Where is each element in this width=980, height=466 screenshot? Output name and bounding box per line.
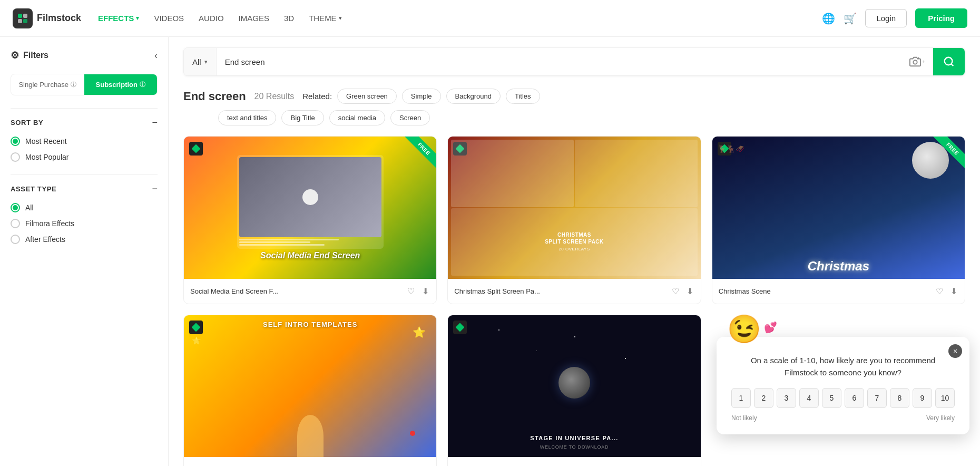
survey-num-10[interactable]: 10 <box>935 388 955 408</box>
asset-collapse-icon[interactable]: − <box>152 183 158 195</box>
card-4-download-button[interactable]: ⬇ <box>421 463 430 466</box>
asset-filmora[interactable]: Filmora Effects <box>11 219 158 228</box>
camera-search-icon[interactable]: + <box>902 48 933 75</box>
survey-num-5[interactable]: 5 <box>822 388 841 408</box>
card-3-free-badge: Free <box>931 137 965 170</box>
card-4-info: SELF INTRO TEMPLATES ♡ ⬇ <box>184 457 436 466</box>
sort-radio-group: Most Recent Most Popular <box>11 137 158 162</box>
tag-titles[interactable]: Titles <box>506 89 540 104</box>
tag-social-media[interactable]: social media <box>329 110 385 125</box>
nav-links: EFFECTS ▾ VIDEOS AUDIO IMAGES 3D THEME ▾ <box>98 14 342 23</box>
tag-background[interactable]: Background <box>446 89 501 104</box>
logo-text: Filmstock <box>37 13 81 24</box>
survey-question: On a scale of 1-10, how likely are you t… <box>731 355 955 378</box>
card-5-like-button[interactable]: ♡ <box>671 463 680 466</box>
tag-text-titles[interactable]: text and titles <box>218 110 277 125</box>
sort-by-title: SORT BY <box>11 119 43 127</box>
card-2-like-button[interactable]: ♡ <box>671 285 680 297</box>
not-likely-label: Not likely <box>731 414 757 422</box>
svg-rect-0 <box>18 14 22 18</box>
card-3-thumb: Christmas 🦌🦌🛷 Free <box>712 137 965 279</box>
tag-green-screen[interactable]: Green screen <box>337 89 397 104</box>
asset-type-header: ASSET TYPE − <box>11 183 158 195</box>
nav-link-theme[interactable]: THEME ▾ <box>309 14 342 23</box>
card-3-title: Christmas Scene <box>719 287 935 295</box>
sort-most-recent[interactable]: Most Recent <box>11 137 158 146</box>
nav-link-3d[interactable]: 3D <box>284 14 294 23</box>
search-button[interactable] <box>933 48 965 75</box>
card-3-like-button[interactable]: ♡ <box>935 285 944 297</box>
sidebar-collapse-icon[interactable]: ‹ <box>154 50 158 61</box>
svg-rect-3 <box>23 19 27 23</box>
survey-num-6[interactable]: 6 <box>845 388 864 408</box>
asset-after-effects[interactable]: After Effects <box>11 235 158 244</box>
card-5-filmstock-icon <box>453 321 467 334</box>
tag-screen[interactable]: Screen <box>390 110 430 125</box>
subscription-tab[interactable]: Subscription ⓘ <box>84 74 158 95</box>
card-1-free-badge: Free <box>403 137 436 170</box>
svg-rect-1 <box>23 14 27 18</box>
nav-link-audio[interactable]: AUDIO <box>199 14 224 23</box>
card-5-download-button[interactable]: ⬇ <box>685 463 694 466</box>
purchase-toggle: Single Purchase ⓘ Subscription ⓘ <box>11 74 158 95</box>
card-4-like-button[interactable]: ♡ <box>406 463 416 466</box>
card-3-actions: ♡ ⬇ <box>935 285 958 297</box>
survey-close-button[interactable]: × <box>948 344 962 358</box>
logo[interactable]: Filmstock <box>13 8 81 28</box>
card-1-thumb: Social Media End Screen Free <box>184 137 436 279</box>
logo-icon <box>13 8 33 28</box>
card-2-download-button[interactable]: ⬇ <box>685 285 694 297</box>
pricing-button[interactable]: Pricing <box>915 8 967 28</box>
filters-label: Filters <box>23 51 48 60</box>
survey-overlay: 😉 💕 × On a scale of 1-10, how likely are… <box>717 337 969 434</box>
card-1-download-button[interactable]: ⬇ <box>421 285 430 297</box>
tag-big-title[interactable]: Big Title <box>281 110 324 125</box>
sort-most-recent-radio <box>11 137 20 146</box>
nav-link-videos[interactable]: VIDEOS <box>154 14 184 23</box>
cart-icon[interactable]: 🛒 <box>844 12 857 25</box>
effects-chevron-icon: ▾ <box>136 15 139 22</box>
survey-num-7[interactable]: 7 <box>867 388 887 408</box>
nav-link-images[interactable]: IMAGES <box>239 14 269 23</box>
results-header: End screen 20 Results Related: Green scr… <box>183 89 965 125</box>
card-1-like-button[interactable]: ♡ <box>406 285 416 297</box>
asset-all[interactable]: All <box>11 203 158 212</box>
asset-filmora-radio <box>11 219 20 228</box>
diamond-icon-5 <box>456 323 465 332</box>
card-1-info: Social Media End Screen F... ♡ ⬇ <box>184 279 436 304</box>
svg-point-7 <box>945 57 953 65</box>
survey-num-1[interactable]: 1 <box>731 388 751 408</box>
related-tags-row: Related: Green screen Simple Background … <box>302 89 540 104</box>
login-button[interactable]: Login <box>865 9 907 27</box>
sort-most-popular-radio <box>11 152 20 162</box>
divider-2 <box>11 174 158 175</box>
globe-icon[interactable]: 🌐 <box>822 12 835 25</box>
search-dropdown[interactable]: All ▾ <box>184 48 217 75</box>
survey-labels: Not likely Very likely <box>731 414 955 422</box>
survey-num-8[interactable]: 8 <box>890 388 909 408</box>
card-3-download-button[interactable]: ⬇ <box>949 285 958 297</box>
search-input[interactable] <box>217 48 902 75</box>
sort-most-popular[interactable]: Most Popular <box>11 152 158 162</box>
survey-num-9[interactable]: 9 <box>913 388 932 408</box>
card-1-title: Social Media End Screen F... <box>190 287 406 295</box>
survey-num-2[interactable]: 2 <box>754 388 773 408</box>
card-4-thumb: ⭐ ⭐ SELF INTRO TEMPLATES <box>184 315 436 458</box>
tag-simple[interactable]: Simple <box>402 89 441 104</box>
sidebar-header: ⚙ Filters ‹ <box>11 50 158 61</box>
card-5: STAGE IN UNIVERSE PA... WELCOME TO DOWNL… <box>447 315 701 466</box>
results-title: End screen <box>183 90 246 103</box>
card-2-info: Christmas Split Screen Pa... ♡ ⬇ <box>448 279 700 304</box>
sort-by-header: SORT BY − <box>11 117 158 128</box>
related-tags-row2: Related: text and titles Big Title socia… <box>183 110 965 125</box>
card-2: CHRISTMASSPLIT SCREEN PACK20 OVERLAYS Ch… <box>447 136 701 304</box>
survey-num-3[interactable]: 3 <box>777 388 796 408</box>
nav-link-effects[interactable]: EFFECTS ▾ <box>98 14 139 23</box>
svg-point-6 <box>918 57 919 59</box>
sort-collapse-icon[interactable]: − <box>152 117 158 128</box>
single-purchase-tab[interactable]: Single Purchase ⓘ <box>11 74 84 95</box>
single-info-icon: ⓘ <box>71 81 76 89</box>
card-3-info: Christmas Scene ♡ ⬇ <box>712 279 965 304</box>
asset-type-title: ASSET TYPE <box>11 185 56 193</box>
survey-num-4[interactable]: 4 <box>799 388 819 408</box>
